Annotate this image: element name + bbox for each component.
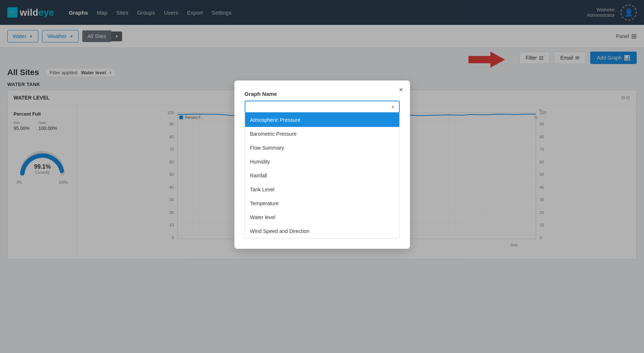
graph-name-dropdown-list: Atmospheric Pressure Barometric Pressure… xyxy=(245,113,400,239)
dropdown-item-temperature[interactable]: Temperature xyxy=(245,196,399,210)
dropdown-item-water-level[interactable]: Water level xyxy=(245,210,399,224)
dropdown-item-tank-level[interactable]: Tank Level xyxy=(245,183,399,196)
dropdown-item-flow-summary[interactable]: Flow Summary xyxy=(245,141,399,155)
dropdown-item-atmospheric-pressure[interactable]: Atmospheric Pressure xyxy=(245,113,399,127)
chevron-up-icon: ∧ xyxy=(391,104,395,109)
graph-name-select[interactable]: ∧ xyxy=(245,101,400,113)
dropdown-item-humidity[interactable]: Humidity xyxy=(245,155,399,169)
dropdown-item-barometric-pressure[interactable]: Barometric Pressure xyxy=(245,127,399,141)
dropdown-item-wind-speed[interactable]: Wind Speed and Direction xyxy=(245,224,399,238)
modal-title: Graph Name xyxy=(245,91,400,97)
add-graph-modal: × Graph Name ∧ Atmospheric Pressure Baro… xyxy=(234,80,410,249)
dropdown-item-rainfall[interactable]: Rainfall xyxy=(245,169,399,183)
modal-overlay: × Graph Name ∧ Atmospheric Pressure Baro… xyxy=(0,0,644,353)
modal-close-button[interactable]: × xyxy=(399,86,403,94)
